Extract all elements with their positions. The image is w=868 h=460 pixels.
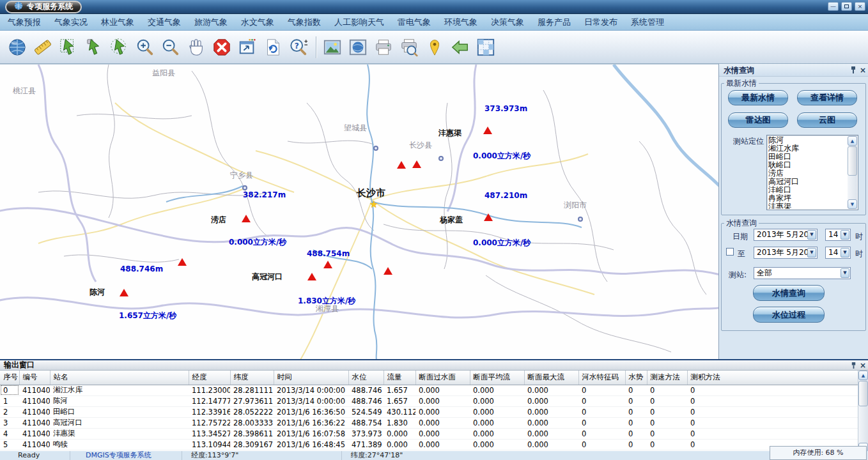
measure-icon[interactable] (32, 36, 54, 58)
table-scrollbar[interactable]: ▲ ▼ (858, 371, 868, 452)
station-marker-triangle[interactable] (323, 261, 332, 268)
listbox-scrollbar[interactable]: ▲ ▼ (848, 136, 857, 209)
station-marker-triangle[interactable] (307, 273, 316, 280)
placemark-icon[interactable] (424, 36, 446, 58)
output-close-icon[interactable]: × (860, 362, 866, 369)
dropdown-arrow-icon[interactable]: ▼ (807, 230, 816, 240)
scroll-down-icon[interactable]: ▼ (848, 199, 857, 209)
table-row[interactable]: 041104002湘江水库111.23000028.2811112013/3/1… (0, 385, 858, 395)
menu-item-6[interactable]: 水文气象 (241, 17, 274, 28)
view-details-button[interactable]: 查看详情 (797, 90, 857, 105)
column-header[interactable]: 编号 (19, 371, 50, 385)
panel-close-icon[interactable]: × (860, 66, 866, 74)
table-row[interactable]: 441104017沣惠渠113.34527828.3986112013/1/6 … (0, 428, 858, 439)
scroll-thumb[interactable] (858, 381, 868, 406)
column-header[interactable]: 水位 (348, 371, 384, 385)
scroll-thumb[interactable] (848, 146, 857, 176)
station-marker-triangle[interactable] (397, 161, 406, 169)
refresh-icon[interactable] (262, 36, 284, 58)
back-icon[interactable] (449, 36, 471, 58)
latest-water-button[interactable]: 最新水情 (728, 90, 788, 105)
select-rect-icon[interactable] (58, 36, 79, 58)
pan-icon[interactable] (185, 36, 207, 58)
menu-item-9[interactable]: 雷电气象 (398, 17, 431, 28)
full-extent-icon[interactable] (236, 36, 258, 58)
station-select-combo[interactable]: 全部▼ (754, 267, 851, 279)
end-date-combo[interactable]: 2013年 5月20日▼ (754, 247, 818, 259)
zoom-in-icon[interactable] (134, 36, 156, 58)
identify-icon[interactable]: ? (288, 36, 309, 58)
menu-item-3[interactable]: 林业气象 (101, 17, 134, 28)
menu-item-12[interactable]: 服务产品 (538, 17, 571, 28)
column-header[interactable]: 断面平均流 (470, 371, 524, 385)
table-row[interactable]: 341104010高冠河口112.75722228.0033332013/1/6… (0, 417, 858, 428)
column-header[interactable]: 时间 (274, 371, 348, 385)
column-header[interactable]: 序号 (0, 371, 19, 385)
print-preview-icon[interactable] (398, 36, 420, 58)
station-marker-triangle[interactable] (412, 160, 421, 168)
column-header[interactable]: 河水特征码 (578, 371, 625, 385)
column-header[interactable]: 经度 (189, 371, 230, 385)
cloud-image-button[interactable]: 云图 (797, 112, 857, 128)
table-row[interactable]: 241104004田峪口112.33916728.0522222013/1/6 … (0, 406, 858, 417)
menu-item-10[interactable]: 环境气象 (444, 17, 477, 28)
column-header[interactable]: 测积方法 (687, 371, 858, 385)
map-canvas[interactable]: 桃江县益阳县望城县长沙县宁乡县浏阳市湘潭县长沙市沣惠渠涝店杨家盖高冠河口陈河37… (0, 64, 718, 359)
menu-item-2[interactable]: 气象实况 (54, 17, 88, 28)
station-marker-triangle[interactable] (120, 289, 128, 296)
start-hour-combo[interactable]: 14▼ (825, 229, 851, 241)
water-query-button[interactable]: 水情查询 (753, 285, 825, 301)
column-header[interactable]: 纬度 (230, 371, 274, 385)
start-date-combo[interactable]: 2013年 5月20日▼ (754, 229, 818, 241)
scroll-up-icon[interactable]: ▲ (858, 371, 868, 380)
column-header[interactable]: 站名 (50, 371, 189, 385)
map-grid-icon[interactable] (475, 36, 497, 58)
dropdown-arrow-icon[interactable]: ▼ (841, 230, 849, 240)
end-hour-combo[interactable]: 14▼ (825, 247, 851, 259)
world-image-icon[interactable] (347, 36, 369, 58)
menu-item-7[interactable]: 气象指数 (288, 17, 321, 28)
station-marker-triangle[interactable] (242, 215, 251, 222)
close-button[interactable]: × (855, 2, 865, 11)
pin-icon[interactable] (850, 66, 856, 74)
dropdown-arrow-icon[interactable]: ▼ (807, 248, 816, 257)
pin-icon[interactable] (851, 362, 856, 369)
station-marker-triangle[interactable] (178, 258, 187, 266)
menu-item-1[interactable]: 气象预报 (8, 17, 41, 28)
column-header[interactable]: 流量 (384, 371, 415, 385)
menu-item-5[interactable]: 旅游气象 (194, 17, 228, 28)
menu-item-13[interactable]: 日常发布 (584, 17, 617, 28)
select-arrow-icon[interactable] (83, 36, 105, 58)
zoom-out-icon[interactable] (160, 36, 182, 58)
select-circle-icon[interactable] (109, 36, 130, 58)
table-row[interactable]: 141104002陈河112.14777827.9736112013/3/14 … (0, 395, 858, 406)
column-header[interactable]: 水势 (625, 371, 647, 385)
station-listbox[interactable]: 陈河湘江水库田峪口耿峪口涝店高冠河口沣峪口冉家坪沣惠渠 ▲ ▼ (766, 135, 858, 210)
water-level-process-button[interactable]: 水位过程 (753, 307, 825, 323)
maximize-button[interactable] (841, 2, 852, 11)
station-marker-triangle[interactable] (484, 213, 493, 221)
column-header[interactable]: 测速方法 (647, 371, 687, 385)
column-header[interactable]: 断面最大流 (524, 371, 578, 385)
menu-item-11[interactable]: 决策气象 (491, 17, 524, 28)
table-row[interactable]: 541104022鸣犊113.10944428.3091672013/1/6 1… (0, 439, 858, 450)
radar-chart-button[interactable]: 雷达图 (728, 112, 788, 128)
globe-icon[interactable] (6, 36, 28, 58)
minimize-button[interactable]: — (828, 2, 839, 11)
stop-icon[interactable] (211, 36, 233, 58)
table-cell: 1.830 (384, 417, 415, 428)
map-basemap (0, 65, 718, 359)
column-header[interactable]: 断面过水面 (415, 371, 470, 385)
station-list-item[interactable]: 沣惠渠 (768, 203, 848, 209)
station-marker-triangle[interactable] (384, 267, 392, 275)
to-date-checkbox[interactable] (726, 248, 734, 256)
print-icon[interactable] (373, 36, 394, 58)
scroll-up-icon[interactable]: ▲ (848, 136, 857, 146)
menu-item-8[interactable]: 人工影响天气 (334, 17, 384, 28)
dropdown-arrow-icon[interactable]: ▼ (841, 248, 849, 257)
station-marker-triangle[interactable] (483, 126, 492, 134)
menu-item-4[interactable]: 交通气象 (148, 17, 181, 28)
export-image-icon[interactable] (322, 36, 343, 58)
menu-item-14[interactable]: 系统管理 (631, 17, 664, 28)
dropdown-arrow-icon[interactable]: ▼ (841, 268, 849, 278)
